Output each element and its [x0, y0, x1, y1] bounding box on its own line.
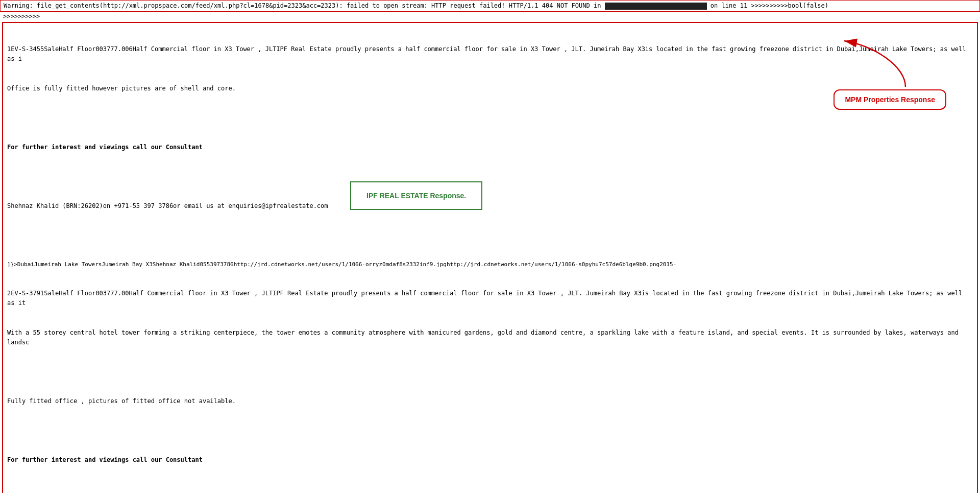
line3: For further interest and viewings call o…	[7, 143, 973, 152]
line7: Fully fitted office , pictures of fitted…	[7, 396, 973, 406]
mpm-box: MPM Properties Response	[834, 89, 946, 110]
redacted-path	[605, 3, 707, 10]
mpm-arrow-svg	[834, 36, 916, 92]
line5: 2EV-S-3791SaleHalf Floor003777.00Half Co…	[7, 289, 973, 308]
raw1: ]}>DubaiJumeirah Lake TowersJumeirah Bay…	[7, 260, 973, 269]
blank1	[7, 113, 973, 123]
warning-bar: Warning: file_get_contents(http://xml.pr…	[0, 0, 980, 12]
ipf-box: IPF REAL ESTATE Response.	[350, 181, 482, 210]
line6: With a 55 storey central hotel tower for…	[7, 328, 973, 347]
warning-suffix: on line 11 >>>>>>>>>>bool(false)	[710, 2, 828, 9]
warning-text: Warning: file_get_contents(http://xml.pr…	[4, 2, 601, 9]
line2: Office is fully fitted however pictures …	[7, 84, 973, 93]
line8: For further interest and viewings call o…	[7, 455, 973, 465]
blank5	[7, 426, 973, 436]
line1: 1EV-S-3455SaleHalf Floor003777.006Half C…	[7, 44, 973, 64]
main-text-content: 1EV-S-3455SaleHalf Floor003777.006Half C…	[7, 25, 973, 493]
blank4	[7, 367, 973, 377]
arrows-line: >>>>>>>>>>	[0, 12, 980, 21]
main-content-box: MPM Properties Response IPF REAL ESTATE …	[2, 22, 978, 493]
ipf-annotation: IPF REAL ESTATE Response.	[350, 181, 482, 210]
ipf-label: IPF REAL ESTATE Response.	[366, 192, 466, 200]
mpm-annotation: MPM Properties Response	[834, 89, 946, 110]
line4: Shehnaz Khalid (BRN:26202)on +971-55 397…	[7, 201, 973, 211]
mpm-label: MPM Properties Response	[845, 96, 935, 104]
blank6	[7, 485, 973, 493]
blank3	[7, 231, 973, 241]
blank2	[7, 172, 973, 182]
